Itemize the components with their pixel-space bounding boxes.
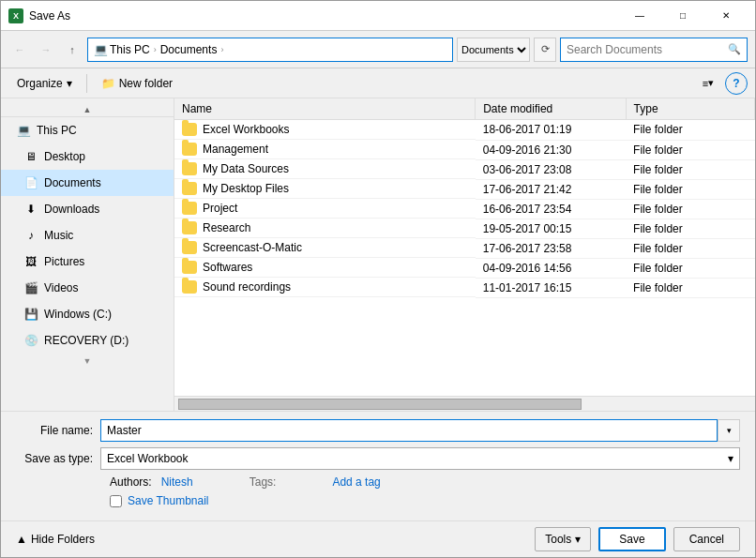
hide-folders-label: Hide Folders <box>31 533 95 546</box>
sidebar-label-windows-c: Windows (C:) <box>44 308 112 321</box>
path-documents[interactable]: Documents <box>160 43 218 56</box>
videos-icon: 🎬 <box>23 280 38 295</box>
search-box: 🔍 <box>560 38 748 62</box>
back-icon: ← <box>15 44 25 55</box>
file-date: 16-06-2017 23:54 <box>476 199 626 219</box>
sidebar-item-videos[interactable]: 🎬 Videos <box>1 275 174 301</box>
tags-value[interactable]: Add a tag <box>332 475 380 489</box>
path-separator-1: › <box>154 45 157 54</box>
thumbnail-checkbox[interactable] <box>110 495 122 507</box>
table-row[interactable]: Excel Workbooks18-06-2017 01:19File fold… <box>174 120 755 141</box>
folder-icon <box>182 162 197 175</box>
sidebar-item-this-pc[interactable]: 💻 This PC <box>1 117 174 143</box>
file-name: Research <box>203 221 250 234</box>
hide-folders-icon: ▲ <box>16 533 27 546</box>
sidebar-item-desktop[interactable]: 🖥 Desktop <box>1 143 174 170</box>
path-dropdown[interactable]: Documents <box>457 38 530 62</box>
refresh-button[interactable]: ⟳ <box>534 38 556 62</box>
thumbnail-label[interactable]: Save Thumbnail <box>128 494 209 507</box>
folder-icon <box>182 241 197 254</box>
file-date: 11-01-2017 16:15 <box>476 278 626 297</box>
table-row[interactable]: Project16-06-2017 23:54File folder <box>174 199 755 219</box>
folder-icon <box>182 202 197 215</box>
table-row[interactable]: Softwares04-09-2016 14:56File folder <box>174 258 755 278</box>
sidebar-scroll-down[interactable]: ▼ <box>1 354 174 369</box>
sidebar-label-desktop: Desktop <box>44 150 85 163</box>
sidebar-item-pictures[interactable]: 🖼 Pictures <box>1 249 174 275</box>
table-row[interactable]: Research19-05-2017 00:15File folder <box>174 219 755 238</box>
column-date[interactable]: Date modified <box>476 98 626 120</box>
new-folder-label: New folder <box>119 77 173 90</box>
cancel-button[interactable]: Cancel <box>673 527 740 551</box>
toolbar-right: ≡ ▾ ? <box>695 72 748 95</box>
file-date: 18-06-2017 01:19 <box>476 120 626 141</box>
bottom-form: File name: ▾ Save as type: Excel Workboo… <box>1 411 755 520</box>
h-scrollbar-thumb[interactable] <box>178 399 582 410</box>
filename-dropdown-arrow[interactable]: ▾ <box>718 419 740 442</box>
filename-row: File name: ▾ <box>16 419 740 442</box>
address-path[interactable]: 💻 This PC › Documents › <box>87 38 453 62</box>
file-date: 03-06-2017 23:08 <box>476 159 626 179</box>
view-button[interactable]: ≡ ▾ <box>695 72 721 95</box>
toolbar-separator <box>86 74 87 93</box>
back-button[interactable]: ← <box>8 38 31 61</box>
column-type[interactable]: Type <box>626 98 754 120</box>
sidebar-item-downloads[interactable]: ⬇ Downloads <box>1 196 174 222</box>
savetype-dropdown[interactable]: Excel Workbook ▾ <box>100 447 740 470</box>
path-this-pc[interactable]: 💻 This PC <box>94 43 150 56</box>
downloads-icon: ⬇ <box>23 202 38 217</box>
organize-label: Organize <box>17 77 63 90</box>
forward-button[interactable]: → <box>35 38 57 61</box>
table-row[interactable]: Screencast-O-Matic17-06-2017 23:58File f… <box>174 238 755 258</box>
tools-button[interactable]: Tools ▾ <box>535 527 591 551</box>
forward-icon: → <box>41 44 52 55</box>
file-type: File folder <box>626 120 754 141</box>
file-date: 17-06-2017 21:42 <box>476 179 626 199</box>
save-as-dialog: X Save As — □ ✕ ← → ↑ 💻 This PC › Docume… <box>0 0 756 558</box>
close-button[interactable]: ✕ <box>704 1 748 31</box>
minimize-button[interactable]: — <box>618 1 661 31</box>
maximize-button[interactable]: □ <box>661 1 704 31</box>
filename-input-wrap: ▾ <box>100 419 740 442</box>
column-name[interactable]: Name <box>174 98 476 120</box>
address-bar: ← → ↑ 💻 This PC › Documents › Documents … <box>1 31 755 68</box>
file-type: File folder <box>626 238 754 258</box>
file-type: File folder <box>626 219 754 238</box>
sidebar-item-music[interactable]: ♪ Music <box>1 222 174 249</box>
new-folder-button[interactable]: 📁 New folder <box>93 72 181 95</box>
search-input[interactable] <box>567 43 728 56</box>
sidebar-item-recovery-d[interactable]: 💿 RECOVERY (D:) <box>1 327 174 354</box>
file-date: 17-06-2017 23:58 <box>476 238 626 258</box>
sidebar-scroll-up[interactable]: ▲ <box>1 102 174 117</box>
horizontal-scrollbar[interactable] <box>174 396 755 411</box>
view-arrow: ▾ <box>708 77 714 89</box>
file-name: Screencast-O-Matic <box>203 241 302 254</box>
documents-icon: 📄 <box>23 175 38 190</box>
save-button[interactable]: Save <box>598 527 665 551</box>
sidebar-item-windows-c[interactable]: 💾 Windows (C:) <box>1 301 174 327</box>
savetype-row: Save as type: Excel Workbook ▾ <box>16 447 740 470</box>
table-row[interactable]: Management04-09-2016 21:30File folder <box>174 140 755 159</box>
table-row[interactable]: Sound recordings11-01-2017 16:15File fol… <box>174 278 755 297</box>
table-row[interactable]: My Desktop Files17-06-2017 21:42File fol… <box>174 179 755 199</box>
help-button[interactable]: ? <box>725 72 748 95</box>
folder-icon <box>182 280 197 294</box>
file-name: Project <box>203 202 237 215</box>
up-button[interactable]: ↑ <box>61 38 83 61</box>
desktop-icon: 🖥 <box>23 149 38 164</box>
table-row[interactable]: My Data Sources03-06-2017 23:08File fold… <box>174 159 755 179</box>
organize-button[interactable]: Organize ▾ <box>8 72 81 95</box>
sidebar-item-documents[interactable]: 📄 Documents <box>1 170 174 196</box>
sidebar-label-pictures: Pictures <box>44 255 84 268</box>
organize-arrow: ▾ <box>67 77 72 90</box>
folder-icon <box>182 221 197 234</box>
sidebar-label-documents: Documents <box>44 176 101 189</box>
footer-bar: ▲ Hide Folders Tools ▾ Save Cancel <box>1 520 755 557</box>
meta-row: Authors: Nitesh Tags: Add a tag <box>16 475 740 489</box>
filename-input[interactable] <box>100 419 718 442</box>
authors-value[interactable]: Nitesh <box>161 475 193 489</box>
hide-folders-button[interactable]: ▲ Hide Folders <box>16 533 95 546</box>
file-list-scroll[interactable]: Name Date modified Type Excel Workbooks1… <box>174 98 755 396</box>
main-content: ▲ 💻 This PC 🖥 Desktop 📄 Documents ⬇ Down… <box>1 98 755 411</box>
file-type: File folder <box>626 140 754 159</box>
